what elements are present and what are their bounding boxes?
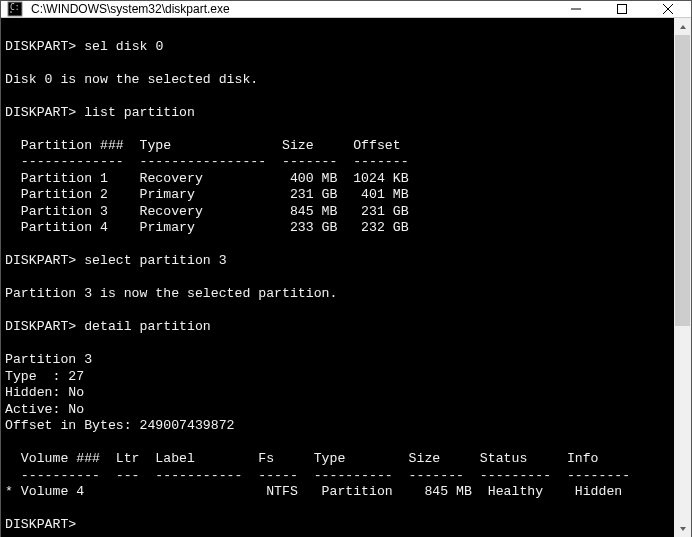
svg-rect-2 — [618, 5, 627, 14]
table-row: Partition 1 Recovery 400 MB 1024 KB — [5, 171, 409, 186]
table-divider: ---------- --- ----------- ----- -------… — [5, 468, 630, 483]
command-text: list partition — [84, 105, 195, 120]
prompt: DISKPART> — [5, 517, 76, 532]
output-line: Partition 3 is now the selected partitio… — [5, 286, 337, 301]
table-row: Partition 2 Primary 231 GB 401 MB — [5, 187, 409, 202]
table-divider: ------------- ---------------- ------- -… — [5, 154, 409, 169]
svg-text:C:: C: — [10, 3, 20, 12]
prompt: DISKPART> — [5, 105, 76, 120]
table-header: Partition ### Type Size Offset — [5, 138, 401, 153]
output-line: Active: No — [5, 402, 84, 417]
vertical-scrollbar[interactable] — [674, 18, 691, 537]
command-text: sel disk 0 — [84, 39, 163, 54]
scrollbar-track[interactable] — [674, 35, 691, 521]
prompt: DISKPART> — [5, 39, 76, 54]
minimize-button[interactable] — [553, 1, 599, 17]
command-text: select partition 3 — [84, 253, 226, 268]
scroll-down-button[interactable] — [674, 521, 691, 538]
scrollbar-thumb[interactable] — [675, 35, 690, 326]
window-controls — [553, 1, 691, 17]
titlebar[interactable]: C: C:\WINDOWS\system32\diskpart.exe — [1, 1, 691, 18]
output-line: Offset in Bytes: 249007439872 — [5, 418, 235, 433]
output-line: Type : 27 — [5, 369, 84, 384]
scroll-up-button[interactable] — [674, 18, 691, 35]
output-line: Partition 3 — [5, 352, 92, 367]
close-button[interactable] — [645, 1, 691, 17]
prompt: DISKPART> — [5, 253, 76, 268]
table-header: Volume ### Ltr Label Fs Type Size Status… — [5, 451, 599, 466]
app-window: C: C:\WINDOWS\system32\diskpart.exe DISK… — [0, 0, 692, 537]
window-title: C:\WINDOWS\system32\diskpart.exe — [29, 2, 553, 16]
table-row: * Volume 4 NTFS Partition 845 MB Healthy… — [5, 484, 622, 499]
output-line: Disk 0 is now the selected disk. — [5, 72, 258, 87]
command-text: detail partition — [84, 319, 211, 334]
terminal-output[interactable]: DISKPART> sel disk 0 Disk 0 is now the s… — [1, 18, 674, 537]
table-row: Partition 3 Recovery 845 MB 231 GB — [5, 204, 409, 219]
table-row: Partition 4 Primary 233 GB 232 GB — [5, 220, 409, 235]
maximize-button[interactable] — [599, 1, 645, 17]
client-area: DISKPART> sel disk 0 Disk 0 is now the s… — [1, 18, 691, 537]
app-icon: C: — [7, 1, 23, 17]
output-line: Hidden: No — [5, 385, 84, 400]
prompt: DISKPART> — [5, 319, 76, 334]
